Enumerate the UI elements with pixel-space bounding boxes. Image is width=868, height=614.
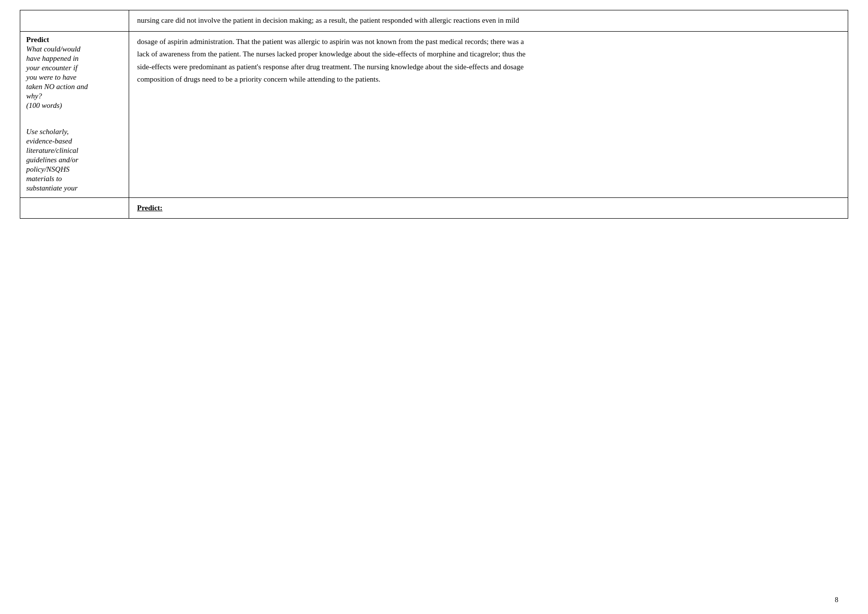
top-left-cell [20,10,129,32]
label-substantiate: substantiate your [26,184,123,192]
label-why: why? [26,92,123,100]
label-guidelines: guidelines and/or [26,156,123,164]
label-evidence-based: evidence-based [26,137,123,145]
top-right-text: nursing care did not involve the patient… [137,16,519,24]
right-line-4: composition of drugs need to be a priori… [137,73,840,86]
bottom-left-cell [20,197,129,219]
label-what-could: What could/would [26,45,123,53]
bottom-right-cell: Predict: [129,197,848,219]
label-encounter-if: your encounter if [26,64,123,72]
main-right-cell: dosage of aspirin administration. That t… [129,31,848,197]
label-policy: policy/NSQHS [26,165,123,174]
label-100words: (100 words) [26,101,123,110]
label-literature: literature/clinical [26,146,123,155]
predict-label: Predict [26,36,123,44]
main-row: Predict What could/would have happened i… [20,31,848,197]
right-line-3: side-effects were predominant as patient… [137,61,840,74]
main-left-cell: Predict What could/would have happened i… [20,31,129,197]
main-table: nursing care did not involve the patient… [20,10,848,219]
page-container: nursing care did not involve the patient… [0,0,868,614]
right-line-1: dosage of aspirin administration. That t… [137,36,840,48]
top-row: nursing care did not involve the patient… [20,10,848,32]
bottom-row: Predict: [20,197,848,219]
top-right-cell: nursing care did not involve the patient… [129,10,848,32]
predict-bottom-label: Predict: [137,204,162,212]
label-use-scholarly: Use scholarly, [26,128,123,136]
right-line-2: lack of awareness from the patient. The … [137,48,840,61]
label-have-happened: have happened in [26,54,123,63]
page-number: 8 [835,596,838,604]
label-materials-to: materials to [26,175,123,183]
label-taken-no: taken NO action and [26,83,123,91]
label-you-were: you were to have [26,73,123,82]
